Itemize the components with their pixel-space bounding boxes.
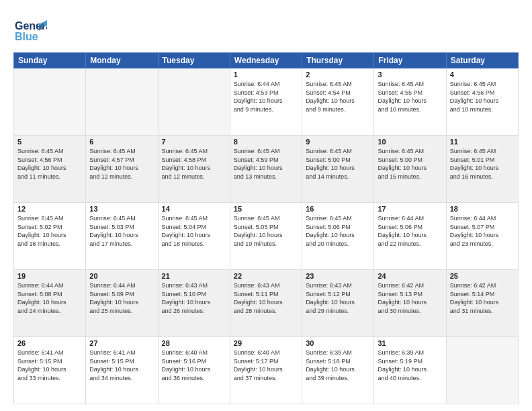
- day-number: 13: [89, 205, 154, 213]
- day-number: 1: [234, 71, 298, 79]
- calendar-cell: [446, 337, 518, 404]
- day-number: 7: [162, 138, 226, 146]
- day-info: Sunrise: 6:45 AM Sunset: 5:06 PM Dayligh…: [306, 214, 370, 248]
- weekday-header-monday: Monday: [86, 53, 158, 68]
- calendar-cell: 5Sunrise: 6:45 AM Sunset: 4:56 PM Daylig…: [14, 136, 86, 203]
- calendar-table: SundayMondayTuesdayWednesdayThursdayFrid…: [13, 52, 519, 404]
- day-info: Sunrise: 6:42 AM Sunset: 5:13 PM Dayligh…: [378, 281, 442, 315]
- day-info: Sunrise: 6:44 AM Sunset: 4:53 PM Dayligh…: [234, 80, 298, 113]
- day-number: 3: [378, 71, 442, 79]
- calendar-cell: [86, 68, 158, 136]
- weekday-header-sunday: Sunday: [14, 53, 86, 68]
- calendar-week-2: 5Sunrise: 6:45 AM Sunset: 4:56 PM Daylig…: [14, 136, 519, 203]
- day-info: Sunrise: 6:45 AM Sunset: 5:05 PM Dayligh…: [234, 214, 298, 248]
- day-number: 5: [17, 138, 82, 146]
- day-number: 27: [89, 339, 154, 347]
- day-number: 24: [378, 272, 442, 280]
- calendar-cell: 4Sunrise: 6:45 AM Sunset: 4:56 PM Daylig…: [446, 68, 518, 136]
- day-number: 18: [450, 205, 515, 213]
- day-info: Sunrise: 6:45 AM Sunset: 5:04 PM Dayligh…: [162, 214, 226, 248]
- calendar-cell: 18Sunrise: 6:44 AM Sunset: 5:07 PM Dayli…: [446, 203, 518, 270]
- calendar-week-5: 26Sunrise: 6:41 AM Sunset: 5:15 PM Dayli…: [14, 337, 519, 404]
- header: General Blue: [13, 11, 519, 47]
- day-number: 25: [450, 272, 515, 280]
- calendar-cell: 13Sunrise: 6:45 AM Sunset: 5:03 PM Dayli…: [86, 203, 158, 270]
- page: General Blue SundayMondayTuesdayWednesda…: [0, 0, 532, 411]
- day-number: 28: [162, 339, 226, 347]
- day-number: 16: [306, 205, 370, 213]
- weekday-header-saturday: Saturday: [446, 53, 518, 68]
- calendar-cell: 1Sunrise: 6:44 AM Sunset: 4:53 PM Daylig…: [230, 68, 302, 136]
- calendar-cell: 10Sunrise: 6:45 AM Sunset: 5:00 PM Dayli…: [374, 136, 446, 203]
- calendar-cell: 16Sunrise: 6:45 AM Sunset: 5:06 PM Dayli…: [302, 203, 374, 270]
- calendar-cell: 21Sunrise: 6:43 AM Sunset: 5:10 PM Dayli…: [158, 270, 230, 337]
- calendar-cell: [14, 68, 86, 136]
- weekday-header-wednesday: Wednesday: [230, 53, 302, 68]
- day-info: Sunrise: 6:45 AM Sunset: 4:56 PM Dayligh…: [450, 80, 515, 113]
- calendar-cell: 7Sunrise: 6:45 AM Sunset: 4:58 PM Daylig…: [158, 136, 230, 203]
- day-info: Sunrise: 6:45 AM Sunset: 5:03 PM Dayligh…: [89, 214, 154, 248]
- svg-text:Blue: Blue: [15, 31, 38, 42]
- day-info: Sunrise: 6:45 AM Sunset: 5:01 PM Dayligh…: [450, 147, 515, 181]
- calendar-week-3: 12Sunrise: 6:45 AM Sunset: 5:02 PM Dayli…: [14, 203, 519, 270]
- day-number: 26: [17, 339, 82, 347]
- day-info: Sunrise: 6:45 AM Sunset: 5:00 PM Dayligh…: [306, 147, 370, 181]
- calendar-cell: 20Sunrise: 6:44 AM Sunset: 5:09 PM Dayli…: [86, 270, 158, 337]
- day-number: 11: [450, 138, 515, 146]
- day-info: Sunrise: 6:39 AM Sunset: 5:19 PM Dayligh…: [378, 349, 442, 382]
- day-number: 22: [234, 272, 298, 280]
- day-number: 23: [306, 272, 370, 280]
- calendar-cell: 9Sunrise: 6:45 AM Sunset: 5:00 PM Daylig…: [302, 136, 374, 203]
- day-info: Sunrise: 6:43 AM Sunset: 5:10 PM Dayligh…: [162, 281, 226, 315]
- day-info: Sunrise: 6:44 AM Sunset: 5:07 PM Dayligh…: [450, 214, 515, 248]
- calendar-cell: 26Sunrise: 6:41 AM Sunset: 5:15 PM Dayli…: [14, 337, 86, 404]
- logo: General Blue: [13, 11, 47, 47]
- day-info: Sunrise: 6:40 AM Sunset: 5:16 PM Dayligh…: [162, 349, 226, 382]
- day-number: 6: [89, 138, 154, 146]
- day-number: 15: [234, 205, 298, 213]
- day-number: 21: [162, 272, 226, 280]
- calendar-cell: 8Sunrise: 6:45 AM Sunset: 4:59 PM Daylig…: [230, 136, 302, 203]
- weekday-header-row: SundayMondayTuesdayWednesdayThursdayFrid…: [14, 53, 519, 68]
- day-number: 4: [450, 71, 515, 79]
- day-number: 20: [89, 272, 154, 280]
- day-info: Sunrise: 6:45 AM Sunset: 4:54 PM Dayligh…: [306, 80, 370, 113]
- calendar-week-4: 19Sunrise: 6:44 AM Sunset: 5:08 PM Dayli…: [14, 270, 519, 337]
- day-number: 8: [234, 138, 298, 146]
- calendar-body: 1Sunrise: 6:44 AM Sunset: 4:53 PM Daylig…: [14, 68, 519, 404]
- day-number: 30: [306, 339, 370, 347]
- logo-icon: General Blue: [13, 11, 47, 47]
- day-number: 2: [306, 71, 370, 79]
- day-info: Sunrise: 6:43 AM Sunset: 5:12 PM Dayligh…: [306, 281, 370, 315]
- calendar-cell: 27Sunrise: 6:41 AM Sunset: 5:15 PM Dayli…: [86, 337, 158, 404]
- calendar-cell: 28Sunrise: 6:40 AM Sunset: 5:16 PM Dayli…: [158, 337, 230, 404]
- calendar-header: SundayMondayTuesdayWednesdayThursdayFrid…: [14, 53, 519, 68]
- calendar-cell: 6Sunrise: 6:45 AM Sunset: 4:57 PM Daylig…: [86, 136, 158, 203]
- day-info: Sunrise: 6:44 AM Sunset: 5:06 PM Dayligh…: [378, 214, 442, 248]
- calendar-cell: 3Sunrise: 6:45 AM Sunset: 4:55 PM Daylig…: [374, 68, 446, 136]
- calendar-cell: 22Sunrise: 6:43 AM Sunset: 5:11 PM Dayli…: [230, 270, 302, 337]
- day-info: Sunrise: 6:44 AM Sunset: 5:08 PM Dayligh…: [17, 281, 82, 315]
- day-number: 12: [17, 205, 82, 213]
- calendar-cell: 31Sunrise: 6:39 AM Sunset: 5:19 PM Dayli…: [374, 337, 446, 404]
- day-info: Sunrise: 6:41 AM Sunset: 5:15 PM Dayligh…: [89, 349, 154, 382]
- calendar-cell: 23Sunrise: 6:43 AM Sunset: 5:12 PM Dayli…: [302, 270, 374, 337]
- calendar-cell: 12Sunrise: 6:45 AM Sunset: 5:02 PM Dayli…: [14, 203, 86, 270]
- weekday-header-friday: Friday: [374, 53, 446, 68]
- calendar-cell: 25Sunrise: 6:42 AM Sunset: 5:14 PM Dayli…: [446, 270, 518, 337]
- day-info: Sunrise: 6:39 AM Sunset: 5:18 PM Dayligh…: [306, 349, 370, 382]
- calendar-cell: 24Sunrise: 6:42 AM Sunset: 5:13 PM Dayli…: [374, 270, 446, 337]
- day-info: Sunrise: 6:45 AM Sunset: 5:02 PM Dayligh…: [17, 214, 82, 248]
- calendar-cell: 15Sunrise: 6:45 AM Sunset: 5:05 PM Dayli…: [230, 203, 302, 270]
- calendar-cell: [158, 68, 230, 136]
- day-number: 14: [162, 205, 226, 213]
- day-info: Sunrise: 6:45 AM Sunset: 4:57 PM Dayligh…: [89, 147, 154, 181]
- calendar-cell: 19Sunrise: 6:44 AM Sunset: 5:08 PM Dayli…: [14, 270, 86, 337]
- day-number: 10: [378, 138, 442, 146]
- day-info: Sunrise: 6:45 AM Sunset: 4:59 PM Dayligh…: [234, 147, 298, 181]
- day-number: 17: [378, 205, 442, 213]
- day-info: Sunrise: 6:45 AM Sunset: 5:00 PM Dayligh…: [378, 147, 442, 181]
- calendar-week-1: 1Sunrise: 6:44 AM Sunset: 4:53 PM Daylig…: [14, 68, 519, 136]
- day-number: 31: [378, 339, 442, 347]
- calendar-cell: 2Sunrise: 6:45 AM Sunset: 4:54 PM Daylig…: [302, 68, 374, 136]
